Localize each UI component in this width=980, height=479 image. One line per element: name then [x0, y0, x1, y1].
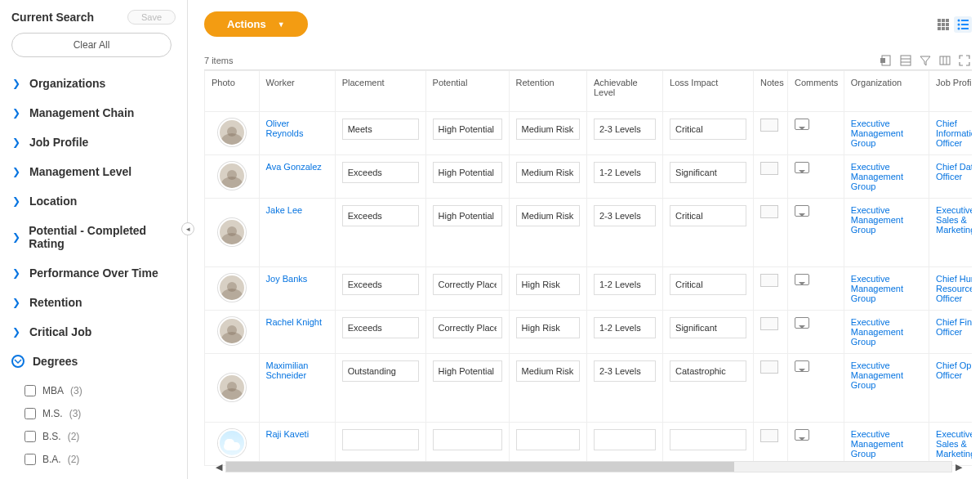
worker-link[interactable]: Maximilian Schneider: [266, 360, 309, 380]
clear-all-button[interactable]: Clear All: [11, 33, 172, 57]
retention-input[interactable]: [516, 119, 580, 140]
retention-input[interactable]: [516, 317, 580, 338]
col-header[interactable]: Notes: [753, 71, 787, 112]
job-link[interactable]: Executive VP, Sales & Marketing: [936, 205, 972, 235]
degree-option-ms[interactable]: M.S. (3): [24, 402, 176, 425]
col-header[interactable]: Worker: [259, 71, 335, 112]
col-header[interactable]: Retention: [509, 71, 586, 112]
list-view-button[interactable]: [954, 16, 972, 33]
degree-option-bs[interactable]: B.S. (2): [24, 425, 176, 448]
job-link[interactable]: Executive VP, Sales & Marketing: [936, 429, 972, 459]
comment-icon[interactable]: [795, 119, 809, 130]
horizontal-scrollbar[interactable]: ◀ ▶: [212, 459, 965, 474]
avatar[interactable]: [218, 119, 246, 146]
worker-link[interactable]: Joy Banks: [266, 274, 308, 284]
org-link[interactable]: Executive Management Group: [851, 317, 903, 347]
job-link[interactable]: Chief Financial Officer: [936, 317, 972, 337]
org-link[interactable]: Executive Management Group: [851, 119, 903, 148]
facet-performance-over-time[interactable]: ❯Performance Over Time: [8, 258, 179, 288]
comment-icon[interactable]: [795, 162, 809, 173]
notes-button[interactable]: [760, 205, 778, 218]
degree-checkbox[interactable]: [24, 431, 36, 442]
avatar[interactable]: [218, 274, 246, 302]
col-header[interactable]: Loss Impact: [663, 71, 754, 112]
loss-input[interactable]: [670, 162, 746, 183]
loss-input[interactable]: [670, 119, 746, 140]
facet-management-chain[interactable]: ❯Management Chain: [8, 98, 179, 128]
degree-checkbox[interactable]: [24, 385, 36, 396]
columns-icon[interactable]: [938, 53, 952, 68]
avatar[interactable]: [218, 429, 246, 457]
potential-input[interactable]: [433, 317, 502, 338]
achievable-input[interactable]: [594, 119, 656, 140]
job-link[interactable]: Chief Operating Officer: [936, 360, 972, 380]
org-link[interactable]: Executive Management Group: [851, 205, 903, 235]
potential-input[interactable]: [433, 274, 502, 295]
scroll-right-arrow[interactable]: ▶: [952, 460, 965, 473]
col-header[interactable]: Organization: [844, 71, 929, 112]
retention-input[interactable]: [516, 360, 580, 382]
facet-critical-job[interactable]: ❯Critical Job: [8, 317, 179, 347]
worker-link[interactable]: Oliver Reynolds: [266, 119, 304, 138]
facet-job-profile[interactable]: ❯Job Profile: [8, 128, 179, 157]
retention-input[interactable]: [516, 274, 580, 295]
loss-input[interactable]: [670, 317, 746, 338]
potential-input[interactable]: [433, 162, 502, 183]
facet-location[interactable]: ❯Location: [8, 186, 179, 216]
retention-input[interactable]: [516, 162, 580, 183]
avatar[interactable]: [218, 317, 246, 345]
placement-input[interactable]: [342, 360, 419, 382]
achievable-input[interactable]: [594, 429, 656, 450]
potential-input[interactable]: [433, 429, 502, 450]
grid-view-button[interactable]: [934, 16, 952, 33]
job-link[interactable]: Chief Information Officer: [936, 119, 972, 148]
achievable-input[interactable]: [594, 205, 656, 226]
actions-button[interactable]: Actions ▼: [204, 11, 308, 37]
col-header[interactable]: Achievable Level: [586, 71, 662, 112]
org-link[interactable]: Executive Management Group: [851, 360, 903, 390]
comment-icon[interactable]: [795, 205, 809, 217]
achievable-input[interactable]: [594, 317, 656, 338]
loss-input[interactable]: [670, 360, 746, 382]
comment-icon[interactable]: [795, 429, 809, 441]
col-header[interactable]: Potential: [425, 71, 509, 112]
col-header[interactable]: Photo: [205, 71, 260, 112]
facet-organizations[interactable]: ❯Organizations: [8, 69, 179, 98]
comment-icon[interactable]: [795, 274, 809, 285]
notes-button[interactable]: [760, 162, 778, 175]
notes-button[interactable]: [760, 274, 778, 287]
retention-input[interactable]: [516, 205, 580, 226]
job-link[interactable]: Chief Human Resources Officer: [936, 274, 972, 303]
col-header[interactable]: Comments: [788, 71, 844, 112]
degree-option-mba[interactable]: MBA (3): [24, 379, 176, 402]
avatar[interactable]: [218, 374, 246, 401]
fullscreen-icon[interactable]: [957, 53, 972, 68]
collapse-sidebar-handle[interactable]: ◂: [181, 222, 194, 235]
notes-button[interactable]: [760, 317, 778, 330]
notes-button[interactable]: [760, 429, 778, 442]
loss-input[interactable]: [670, 274, 746, 295]
comment-icon[interactable]: [795, 317, 809, 329]
degree-checkbox[interactable]: [24, 454, 36, 465]
filter-icon[interactable]: [918, 53, 933, 68]
placement-input[interactable]: [342, 429, 419, 450]
loss-input[interactable]: [670, 205, 746, 226]
degree-option-ba[interactable]: B.A. (2): [24, 448, 176, 471]
placement-input[interactable]: [342, 162, 419, 183]
job-link[interactable]: Chief Data Officer: [936, 162, 972, 181]
facet-management-level[interactable]: ❯Management Level: [8, 157, 179, 186]
achievable-input[interactable]: [594, 162, 656, 183]
scroll-track[interactable]: [225, 461, 952, 472]
worker-link[interactable]: Ava Gonzalez: [266, 162, 322, 172]
placement-input[interactable]: [342, 205, 419, 226]
achievable-input[interactable]: [594, 274, 656, 295]
achievable-input[interactable]: [594, 360, 656, 382]
facet-potential-completed-rating[interactable]: ❯Potential - Completed Rating: [8, 216, 179, 258]
comment-icon[interactable]: [795, 360, 809, 372]
loss-input[interactable]: [670, 429, 746, 450]
potential-input[interactable]: [433, 360, 502, 382]
worker-link[interactable]: Jake Lee: [266, 205, 303, 215]
worksheet-icon[interactable]: [898, 53, 913, 68]
worker-link[interactable]: Rachel Knight: [266, 317, 323, 327]
scroll-left-arrow[interactable]: ◀: [212, 460, 225, 473]
